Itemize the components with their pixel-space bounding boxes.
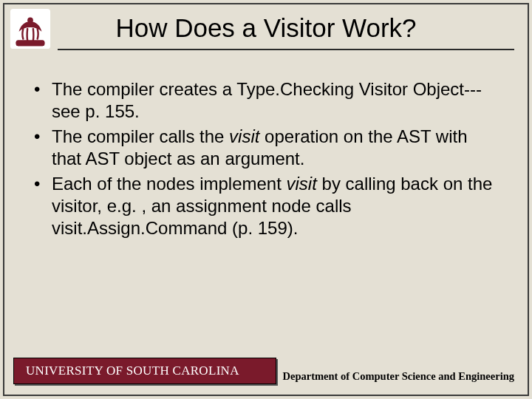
bullet-text-pre: Each of the nodes implement (52, 174, 287, 194)
slide-title: How Does a Visitor Work? (4, 13, 528, 43)
bullet-text-pre: The compiler creates a Type.Checking Vis… (52, 79, 482, 121)
bullet-text: The compiler creates a Type.Checking Vis… (52, 78, 498, 123)
bullet-text: Each of the nodes implement visit by cal… (52, 173, 498, 239)
bullet-marker: • (34, 78, 52, 123)
bullet-item: • Each of the nodes implement visit by c… (34, 173, 498, 239)
bullet-marker: • (34, 173, 52, 239)
bullet-text: The compiler calls the visit operation o… (52, 126, 498, 170)
bullet-item: • The compiler creates a Type.Checking V… (34, 78, 498, 123)
slide-content: • The compiler creates a Type.Checking V… (34, 78, 498, 242)
slide-frame: How Does a Visitor Work? • The compiler … (3, 3, 529, 396)
slide-footer: UNIVERSITY OF SOUTH CAROLINA Department … (13, 358, 519, 384)
footer-department: Department of Computer Science and Engin… (276, 358, 519, 384)
bullet-text-italic: visit (229, 126, 259, 146)
bullet-marker: • (34, 126, 52, 170)
title-underline (58, 49, 514, 50)
bullet-text-italic: visit (287, 174, 317, 194)
bullet-item: • The compiler calls the visit operation… (34, 126, 498, 170)
footer-university: UNIVERSITY OF SOUTH CAROLINA (13, 358, 276, 384)
bullet-text-pre: The compiler calls the (52, 126, 229, 146)
